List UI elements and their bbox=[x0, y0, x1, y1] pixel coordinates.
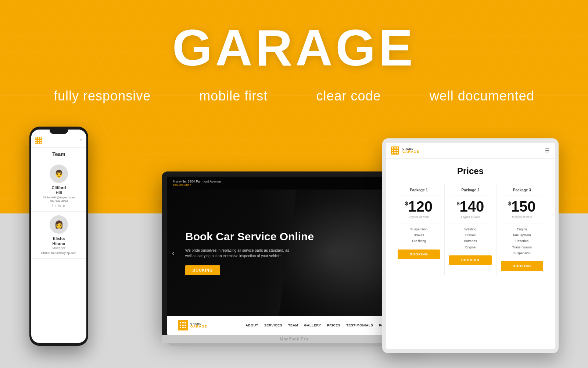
p-dot-9 bbox=[40, 142, 42, 144]
logo-dot-2 bbox=[182, 322, 184, 323]
tablet-logo-dots bbox=[392, 147, 398, 154]
package-3-name: Package 3 bbox=[501, 188, 543, 195]
service-3-1: Engine bbox=[501, 226, 543, 232]
logo-dots bbox=[180, 322, 186, 329]
p-dot-8 bbox=[38, 142, 39, 144]
package-1-dollar: $ bbox=[405, 201, 408, 206]
package-1-name: Package 1 bbox=[398, 188, 440, 195]
logo-garage: GARAGE bbox=[190, 325, 207, 328]
nav-about[interactable]: ABOUT bbox=[245, 323, 258, 327]
p-dot-2 bbox=[38, 137, 39, 139]
prev-arrow-icon[interactable]: ‹ bbox=[172, 248, 175, 257]
phone-outer: ☰ Team 👨 CliffordHill CliffordHill@dayre… bbox=[29, 127, 88, 346]
tablet-logo: GRAND GARAGE bbox=[391, 146, 419, 155]
package-3-number: 150 bbox=[511, 199, 536, 214]
t-dot-5 bbox=[394, 150, 396, 151]
t-dot-7 bbox=[392, 152, 393, 153]
logo-dot-4 bbox=[180, 325, 181, 326]
team-member-2: 👩 ElishaHirano Manager ElishaHirano@dayr… bbox=[31, 212, 86, 259]
feature-label-4: well documented bbox=[430, 88, 534, 104]
nav-prices[interactable]: PRICES bbox=[327, 323, 341, 327]
package-1-price-amount: $ 120 bbox=[398, 199, 440, 214]
nav-gallery[interactable]: GALLERY bbox=[304, 323, 321, 327]
p-dot-7 bbox=[35, 142, 37, 144]
laptop-address-block: Maryville, 1904 Fairmont Avenue 660-254-… bbox=[173, 180, 221, 187]
phone-logo-dots bbox=[35, 137, 42, 144]
member-2-email: ElishaHirano@dayrep.com bbox=[35, 251, 83, 255]
price-package-3: Package 3 $ 150 5 types of work Engine F… bbox=[496, 184, 548, 275]
service-3-4: Transmission bbox=[501, 244, 543, 250]
package-3-booking-button[interactable]: BOOKING bbox=[501, 261, 543, 271]
p-dot-6 bbox=[40, 140, 42, 141]
member-1-avatar: 👨 bbox=[50, 164, 68, 183]
price-divider-1 bbox=[398, 223, 440, 223]
package-1-types: 3 types of work bbox=[398, 215, 440, 219]
prices-table: Package 1 $ 120 3 types of work Suspensi… bbox=[393, 184, 548, 275]
t-dot-3 bbox=[397, 147, 398, 149]
nav-team[interactable]: TEAM bbox=[288, 323, 298, 327]
nav-services[interactable]: SERVICES bbox=[264, 323, 282, 327]
service-2-2: Brakes bbox=[449, 232, 491, 238]
member-2-avatar: 👩 bbox=[50, 215, 68, 234]
hamburger-icon[interactable]: ☰ bbox=[545, 148, 550, 153]
logo-dot-1 bbox=[180, 322, 181, 323]
laptop-hero-description: We pride ourselves in replacing all serv… bbox=[185, 248, 295, 259]
member-1-socials: f t in ▶ bbox=[35, 204, 83, 208]
package-3-dollar: $ bbox=[508, 201, 511, 206]
service-2-1: Welding bbox=[449, 226, 491, 232]
member-1-instagram-icon: in bbox=[58, 204, 61, 208]
laptop-address: Maryville, 1904 Fairmont Avenue bbox=[173, 180, 221, 183]
phone-screen-title: Team bbox=[31, 148, 86, 161]
t-dot-6 bbox=[397, 150, 398, 151]
member-1-twitter-icon: t bbox=[55, 204, 56, 208]
logo-dot-9 bbox=[184, 327, 186, 328]
features-row: fully responsive mobile first clear code… bbox=[0, 88, 588, 104]
tablet-outer: GRAND GARAGE ☰ Prices Package 1 $ 120 bbox=[382, 138, 559, 353]
service-2-4: Engine bbox=[449, 244, 491, 250]
package-1-booking-button[interactable]: BOOKING bbox=[398, 250, 440, 259]
package-2-number: 140 bbox=[460, 199, 484, 214]
package-2-services: Welding Brakes Batteries Engine bbox=[449, 226, 491, 250]
feature-label-2: mobile first bbox=[199, 88, 268, 104]
package-2-booking-button[interactable]: BOOKING bbox=[449, 255, 491, 265]
logo-text: GRAND GARAGE bbox=[190, 322, 207, 328]
service-3-2: Fuel system bbox=[501, 232, 543, 238]
price-divider-2 bbox=[449, 223, 491, 223]
p-dot-3 bbox=[40, 137, 42, 139]
member-1-phone: 781-639-2095 bbox=[35, 199, 83, 202]
member-2-name: ElishaHirano bbox=[35, 236, 83, 247]
package-3-types: 5 types of work bbox=[501, 215, 543, 219]
laptop-booking-button[interactable]: BOOKING bbox=[185, 265, 220, 275]
package-2-price-amount: $ 140 bbox=[449, 199, 491, 214]
phone-hamburger-icon[interactable]: ☰ bbox=[79, 139, 83, 143]
package-2-dollar: $ bbox=[457, 201, 460, 206]
p-dot-1 bbox=[35, 137, 37, 139]
member-1-name: CliffordHill bbox=[35, 185, 83, 196]
laptop-phone: 660-254-8867 bbox=[173, 183, 221, 187]
laptop-hero-content: Book Car Service Online We pride ourselv… bbox=[167, 219, 332, 286]
p-dot-4 bbox=[35, 140, 37, 141]
nav-testimonials[interactable]: TESTIMONIALS bbox=[346, 323, 373, 327]
tablet-device: GRAND GARAGE ☰ Prices Package 1 $ 120 bbox=[382, 138, 559, 353]
tablet-logo-text: GRAND GARAGE bbox=[402, 148, 419, 153]
tablet-logo-icon bbox=[391, 146, 399, 155]
member-1-youtube-icon: ▶ bbox=[63, 204, 66, 208]
member-1-facebook-icon: f bbox=[52, 204, 53, 208]
phone-screen: ☰ Team 👨 CliffordHill CliffordHill@dayre… bbox=[31, 130, 86, 343]
package-2-name: Package 2 bbox=[449, 188, 491, 195]
feature-label-1: fully responsive bbox=[54, 88, 151, 104]
tablet-logo-garage: GARAGE bbox=[402, 150, 419, 153]
logo-dot-3 bbox=[184, 322, 186, 323]
price-package-2: Package 2 $ 140 4 types of work Welding … bbox=[445, 184, 496, 275]
logo-dot-6 bbox=[184, 325, 186, 326]
package-2-types: 4 types of work bbox=[449, 215, 491, 219]
team-member-1: 👨 CliffordHill CliffordHill@dayrep.com 7… bbox=[31, 161, 86, 212]
phone-logo-icon bbox=[35, 137, 42, 144]
t-dot-9 bbox=[397, 152, 398, 153]
feature-label-3: clear code bbox=[316, 88, 381, 104]
service-1-3: Tire fitting bbox=[398, 238, 440, 244]
p-dot-5 bbox=[38, 140, 39, 141]
phone-device: ☰ Team 👨 CliffordHill CliffordHill@dayre… bbox=[29, 127, 88, 346]
t-dot-4 bbox=[392, 150, 393, 151]
tablet-topbar: GRAND GARAGE ☰ bbox=[386, 143, 555, 159]
